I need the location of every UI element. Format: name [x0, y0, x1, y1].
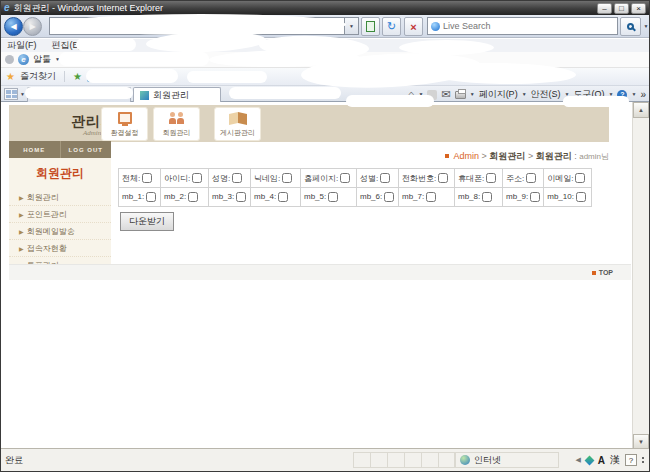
field-label: 홈페이지:: [304, 174, 338, 183]
field-checkbox[interactable]: [328, 192, 338, 202]
home-link[interactable]: HOME: [9, 141, 61, 158]
search-input[interactable]: [443, 21, 614, 31]
field-checkbox[interactable]: [482, 192, 492, 202]
ime-language-icon[interactable]: [584, 455, 594, 465]
redaction-scribble: [25, 87, 133, 99]
top-link[interactable]: TOP: [599, 269, 613, 276]
status-cells: [353, 452, 455, 468]
page-menu[interactable]: 페이지(P): [479, 88, 518, 101]
print-icon[interactable]: [455, 91, 466, 99]
breadcrumb-crumb[interactable]: 회원관리: [536, 151, 572, 161]
sidebar-item-members[interactable]: ▶ 회원관리: [9, 189, 111, 206]
field-checkbox[interactable]: [576, 192, 586, 202]
field-label: 성별:: [360, 174, 378, 183]
redaction-scribble: [229, 87, 341, 99]
field-checkbox[interactable]: [426, 192, 436, 202]
sidebar-item-visitors[interactable]: ▶ 접속자현황: [9, 240, 111, 257]
table-cell: 휴대폰:: [455, 169, 503, 188]
download-button[interactable]: 다운받기: [120, 212, 174, 231]
field-label: mb_9:: [506, 192, 528, 201]
tab-active[interactable]: 회원관리: [133, 87, 221, 102]
field-checkbox[interactable]: [236, 192, 246, 202]
sidebar-item-points[interactable]: ▶ 포인트관리: [9, 206, 111, 223]
field-checkbox[interactable]: [575, 173, 585, 183]
table-cell: 성명:: [209, 169, 251, 188]
table-cell: 닉네임:: [251, 169, 301, 188]
members-people-icon: [168, 108, 186, 128]
nav-button-settings[interactable]: 환경설정: [101, 107, 148, 141]
back-button[interactable]: ◀: [4, 17, 23, 36]
table-cell: 성별:: [357, 169, 399, 188]
chevron-down-icon[interactable]: ▼: [522, 92, 527, 97]
field-checkbox[interactable]: [530, 192, 540, 202]
table-cell: 홈페이지:: [301, 169, 357, 188]
redaction-scribble: [563, 96, 629, 107]
table-row: 전체: 아이디: 성명: 닉네임: 홈페이지: 성별: 전화번호: 휴대폰: 주…: [119, 169, 592, 188]
home-logout-bar: HOME LOG OUT: [9, 141, 111, 158]
forward-button[interactable]: ▶: [23, 17, 42, 36]
sidebar-item-mail[interactable]: ▶ 회원메일발송: [9, 223, 111, 240]
search-button[interactable]: [620, 17, 641, 36]
logout-link[interactable]: LOG OUT: [61, 141, 112, 158]
altools-logo-icon: e: [18, 54, 29, 65]
field-checkbox[interactable]: [188, 192, 198, 202]
field-checkbox[interactable]: [526, 173, 536, 183]
ime-hanja-toggle[interactable]: 漢: [610, 453, 620, 467]
field-label: mb_6:: [360, 192, 382, 201]
field-checkbox[interactable]: [380, 173, 390, 183]
breadcrumb-site[interactable]: Admin: [454, 151, 480, 161]
ime-options-icon[interactable]: [642, 457, 644, 459]
ime-english-toggle[interactable]: A: [598, 455, 605, 466]
field-label: mb_8:: [458, 192, 480, 201]
field-checkbox[interactable]: [192, 173, 202, 183]
favorites-label[interactable]: 즐겨찾기: [20, 70, 56, 83]
gear-icon[interactable]: [5, 55, 14, 64]
field-checkbox[interactable]: [384, 192, 394, 202]
table-cell: 이메일:: [544, 169, 592, 188]
field-label: mb_10:: [547, 192, 574, 201]
scroll-up-button[interactable]: ▲: [633, 102, 649, 118]
field-checkbox[interactable]: [340, 173, 350, 183]
ime-help-button[interactable]: ?: [625, 454, 637, 466]
close-button[interactable]: ×: [631, 3, 646, 14]
chevron-down-icon[interactable]: ▼: [470, 92, 475, 97]
sidebar-item-label: 접속자현황: [27, 243, 67, 254]
window-controls: – □ ×: [597, 3, 646, 14]
top-bullet-icon: [592, 271, 596, 275]
quick-tabs-icon[interactable]: [4, 88, 18, 100]
address-dropdown-button[interactable]: ▼: [345, 17, 359, 35]
go-button[interactable]: [361, 17, 380, 36]
search-options-dropdown[interactable]: ▼: [642, 17, 650, 36]
field-checkbox[interactable]: [146, 192, 156, 202]
mail-icon[interactable]: ✉: [441, 89, 450, 100]
field-checkbox[interactable]: [282, 173, 292, 183]
field-checkbox[interactable]: [142, 173, 152, 183]
bullet-icon: ▶: [19, 211, 24, 218]
field-checkbox[interactable]: [278, 192, 288, 202]
table-cell: mb_8:: [455, 188, 503, 207]
minimize-button[interactable]: –: [597, 3, 612, 14]
bullet-icon: ▶: [19, 245, 24, 252]
sidebar-item-label: 회원메일발송: [27, 226, 75, 237]
ime-restore-icon[interactable]: ◀: [575, 456, 580, 464]
nav-button-members[interactable]: 회원관리: [153, 107, 200, 141]
refresh-button[interactable]: ↻: [382, 17, 401, 36]
table-cell: mb_2:: [161, 188, 209, 207]
menu-file[interactable]: 파일(F): [7, 39, 37, 52]
stop-button[interactable]: ×: [404, 17, 423, 36]
breadcrumb-crumb[interactable]: 회원관리: [489, 151, 525, 161]
field-checkbox[interactable]: [232, 173, 242, 183]
altools-label[interactable]: 알툴: [33, 53, 51, 66]
field-checkbox[interactable]: [486, 173, 496, 183]
add-favorite-icon[interactable]: ★: [73, 71, 82, 82]
field-checkbox[interactable]: [438, 173, 448, 183]
vertical-scrollbar[interactable]: ▲ ▼: [632, 102, 649, 450]
chevron-down-icon[interactable]: ▼: [631, 92, 636, 97]
safety-menu[interactable]: 안전(S): [531, 88, 561, 101]
internet-globe-icon: [460, 455, 470, 465]
restore-button[interactable]: □: [614, 3, 629, 14]
overflow-chevron-icon[interactable]: »: [640, 89, 646, 100]
redaction-scribble: [86, 69, 178, 83]
settings-monitor-icon: [118, 108, 132, 128]
nav-button-boards[interactable]: 게시판관리: [214, 107, 261, 141]
